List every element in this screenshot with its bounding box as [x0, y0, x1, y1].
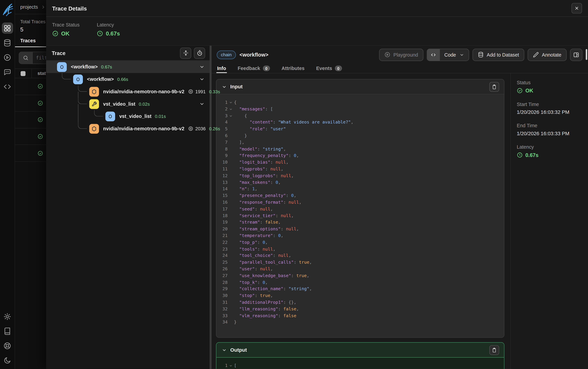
timing-stopwatch-button[interactable]: [194, 47, 205, 59]
settings-gear-icon[interactable]: [2, 311, 13, 322]
app-window: projects Total Traces 5 Traces filter st…: [0, 0, 588, 369]
line-number: 33: [216, 312, 228, 319]
toggle-side-panel-button[interactable]: [570, 49, 582, 61]
tree-guide-line: [78, 110, 78, 122]
span-row[interactable]: nvidia/nvidia-nemotron-nano-9b-v220360.2…: [46, 122, 210, 135]
copy-input-button[interactable]: [489, 82, 499, 91]
scrollbar-thumb[interactable]: [586, 49, 587, 60]
trace-summary: Trace Status OK Latency 0.67s: [46, 17, 588, 46]
end-time-value: 1/20/2026 16:03:33 PM: [517, 131, 588, 136]
select-all-checkbox[interactable]: [21, 71, 26, 76]
code-line: 33 "vlm_reasoning": false: [216, 312, 504, 319]
span-row[interactable]: vst_video_list0.01s: [46, 110, 210, 122]
help-lifebuoy-icon[interactable]: [2, 340, 13, 351]
dark-mode-moon-icon[interactable]: [2, 355, 13, 366]
code-split-button[interactable]: Code: [427, 49, 469, 61]
fold-toggle: [228, 286, 234, 292]
nav-dashboard-grid-icon[interactable]: [2, 22, 13, 34]
tab-info[interactable]: Info: [216, 64, 227, 73]
code-line: 7 ],: [216, 139, 504, 146]
code-line: 11 "logprobs": null,: [216, 166, 504, 172]
code-line: 14 "n": 1,: [216, 186, 504, 192]
rail-nav: [2, 22, 13, 92]
line-number: 10: [216, 159, 228, 166]
nav-code-icon[interactable]: [2, 81, 13, 92]
fold-toggle: [228, 192, 234, 199]
trace-tree-header: Trace: [46, 46, 210, 61]
code-line: 15 "presence_penalty": 0,: [216, 192, 504, 199]
chevron-down-icon[interactable]: [199, 64, 205, 70]
span-row[interactable]: <workflow>0.67s: [46, 61, 210, 73]
line-number: 7: [216, 139, 228, 146]
line-number: 17: [216, 206, 228, 212]
code-line: 16 "response_format": null,: [216, 199, 504, 206]
clock-icon: [517, 152, 523, 158]
span-row-name: nvidia/nvidia-nemotron-nano-9b-v2: [103, 126, 184, 131]
fold-toggle: [228, 139, 234, 146]
tab-count-badge: 0: [335, 66, 342, 71]
trace-latency-value: 0.67s: [106, 30, 120, 37]
nav-database-icon[interactable]: [2, 37, 13, 48]
fold-toggle: [228, 126, 234, 132]
playground-button[interactable]: Playground: [379, 49, 423, 61]
docs-book-icon[interactable]: [2, 325, 13, 337]
status-ok-icon: [32, 117, 43, 123]
tab-attributes[interactable]: Attributes: [281, 64, 305, 73]
code-dropdown[interactable]: Code: [440, 49, 469, 60]
chevron-down-icon[interactable]: [199, 101, 205, 107]
chain-span-icon: [57, 62, 67, 72]
trace-details-slideout: Trace Details Trace Status OK Latency 0.…: [46, 0, 588, 369]
span-duration: 0.01s: [155, 114, 166, 119]
output-panel-header[interactable]: Output: [216, 343, 504, 358]
status-ok-icon: [32, 150, 43, 156]
chevron-down-icon[interactable]: [199, 76, 205, 82]
code-line: 32 "llm_reasoning": false,: [216, 306, 504, 312]
code-line: 18 "service_tier": null,: [216, 212, 504, 219]
input-json-view[interactable]: 1{2 "messages": [3 {4 "content": "What v…: [216, 94, 504, 338]
span-actions: Playground Code: [379, 49, 582, 61]
span-row[interactable]: nvidia/nvidia-nemotron-nano-9b-v219910.3…: [46, 85, 210, 98]
fold-toggle: [228, 226, 234, 232]
span-tabs: InfoFeedback0AttributesEvents0: [211, 64, 588, 73]
token-icon: [188, 126, 193, 131]
span-duration: 0.02s: [139, 101, 150, 107]
expand-spans-button[interactable]: [180, 47, 191, 59]
code-line: 10 "logit_bias": null,: [216, 159, 504, 166]
tab-feedback[interactable]: Feedback0: [237, 64, 271, 73]
fold-toggle: [228, 272, 234, 279]
span-info-scroll-area[interactable]: Input 1{2 "messages": [3 {4 "content": "…: [211, 73, 510, 369]
fold-toggle[interactable]: [228, 363, 234, 369]
latency-label: Latency: [517, 144, 588, 150]
output-json-view[interactable]: 1[: [216, 358, 504, 369]
annotate-button[interactable]: Annotate: [528, 49, 567, 61]
nav-playground-icon[interactable]: [2, 52, 13, 63]
span-row[interactable]: vst_video_list0.02s: [46, 98, 210, 110]
add-to-dataset-button[interactable]: Add to Dataset: [472, 49, 524, 61]
search-icon: [19, 52, 32, 64]
close-button[interactable]: [571, 3, 582, 14]
fold-toggle[interactable]: [228, 113, 234, 119]
code-line: 22 "top_p": 0,: [216, 239, 504, 246]
code-line: 27 "use_knowledge_base": true,: [216, 272, 504, 279]
line-number: 18: [216, 212, 228, 219]
breadcrumb-projects[interactable]: projects: [20, 4, 38, 10]
span-name: <workflow>: [240, 52, 268, 58]
check-circle-icon: [517, 88, 523, 94]
code-line: 25 "parallel_tool_calls": true,: [216, 259, 504, 266]
fold-toggle[interactable]: [228, 106, 234, 112]
span-detail-panel: chain <workflow> Playground Code: [211, 46, 588, 369]
trace-tree-rows: <workflow>0.67s<workflow>0.66snvidia/nvi…: [46, 61, 210, 135]
input-panel-header[interactable]: Input: [216, 79, 504, 94]
trace-tree-panel: Trace <workflow>0.67s<workflow>0.66snvid…: [46, 46, 210, 369]
fold-toggle[interactable]: [228, 99, 234, 106]
play-circle-icon: [384, 52, 390, 58]
line-number: 31: [216, 299, 228, 306]
copy-output-button[interactable]: [489, 345, 499, 355]
nav-chat-icon[interactable]: [2, 66, 13, 78]
span-row[interactable]: <workflow>0.66s: [46, 73, 210, 85]
trace-details-title: Trace Details: [52, 5, 87, 11]
span-token-count: 2036: [188, 126, 206, 131]
expand-spans-icon: [182, 50, 189, 56]
code-icon[interactable]: [427, 49, 440, 60]
tab-events[interactable]: Events0: [315, 64, 343, 73]
